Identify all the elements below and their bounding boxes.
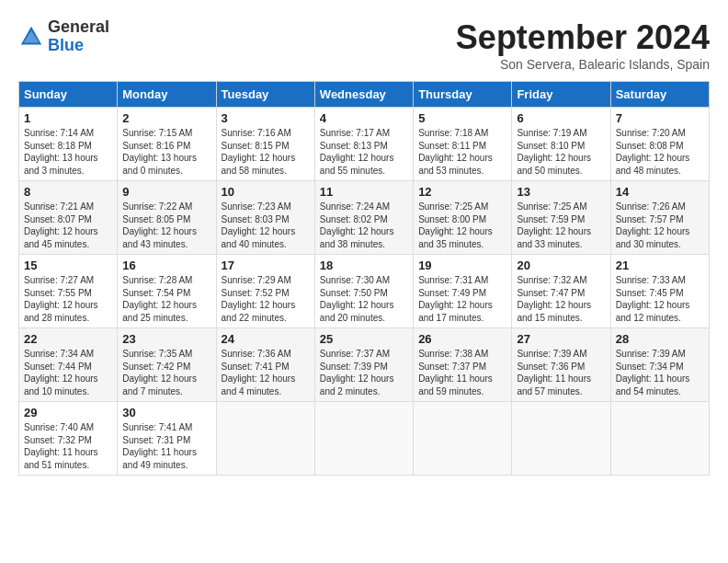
day-cell-5: 5Sunrise: 7:18 AM Sunset: 8:11 PM Daylig…	[414, 108, 512, 181]
day-cell-6: 6Sunrise: 7:19 AM Sunset: 8:10 PM Daylig…	[512, 108, 610, 181]
day-detail: Sunrise: 7:41 AM Sunset: 7:31 PM Dayligh…	[122, 421, 210, 471]
day-number: 19	[418, 259, 506, 272]
weekday-header-friday: Friday	[512, 82, 610, 108]
day-number: 18	[320, 259, 408, 272]
day-detail: Sunrise: 7:30 AM Sunset: 7:50 PM Dayligh…	[320, 274, 408, 324]
calendar-subtitle: Son Servera, Balearic Islands, Spain	[456, 57, 710, 72]
day-cell-11: 11Sunrise: 7:24 AM Sunset: 8:02 PM Dayli…	[314, 181, 413, 255]
weekday-header-sunday: Sunday	[19, 82, 118, 108]
empty-cell	[512, 402, 610, 476]
day-cell-13: 13Sunrise: 7:25 AM Sunset: 7:59 PM Dayli…	[512, 181, 610, 255]
day-number: 27	[517, 332, 605, 346]
day-cell-26: 26Sunrise: 7:38 AM Sunset: 7:37 PM Dayli…	[414, 328, 512, 402]
day-cell-24: 24Sunrise: 7:36 AM Sunset: 7:41 PM Dayli…	[216, 328, 314, 402]
day-detail: Sunrise: 7:21 AM Sunset: 8:07 PM Dayligh…	[24, 201, 112, 250]
day-cell-27: 27Sunrise: 7:39 AM Sunset: 7:36 PM Dayli…	[512, 328, 610, 402]
day-cell-25: 25Sunrise: 7:37 AM Sunset: 7:39 PM Dayli…	[314, 328, 413, 402]
week-row-3: 15Sunrise: 7:27 AM Sunset: 7:55 PM Dayli…	[19, 255, 710, 328]
day-number: 20	[517, 259, 605, 272]
day-number: 4	[320, 111, 408, 125]
day-detail: Sunrise: 7:17 AM Sunset: 8:13 PM Dayligh…	[320, 127, 408, 177]
day-detail: Sunrise: 7:15 AM Sunset: 8:16 PM Dayligh…	[122, 127, 210, 177]
day-detail: Sunrise: 7:31 AM Sunset: 7:49 PM Dayligh…	[418, 274, 506, 324]
weekday-header-row: SundayMondayTuesdayWednesdayThursdayFrid…	[19, 82, 710, 108]
weekday-header-monday: Monday	[118, 82, 216, 108]
day-cell-19: 19Sunrise: 7:31 AM Sunset: 7:49 PM Dayli…	[414, 255, 512, 328]
day-detail: Sunrise: 7:39 AM Sunset: 7:34 PM Dayligh…	[616, 348, 704, 397]
day-number: 14	[616, 185, 704, 199]
empty-cell	[216, 402, 314, 476]
day-cell-18: 18Sunrise: 7:30 AM Sunset: 7:50 PM Dayli…	[314, 255, 413, 328]
week-row-1: 1Sunrise: 7:14 AM Sunset: 8:18 PM Daylig…	[19, 108, 710, 181]
week-row-5: 29Sunrise: 7:40 AM Sunset: 7:32 PM Dayli…	[19, 402, 710, 476]
day-cell-8: 8Sunrise: 7:21 AM Sunset: 8:07 PM Daylig…	[19, 181, 118, 255]
day-detail: Sunrise: 7:33 AM Sunset: 7:45 PM Dayligh…	[616, 274, 704, 324]
logo-text: General Blue	[48, 18, 109, 55]
day-number: 24	[222, 332, 310, 346]
day-cell-20: 20Sunrise: 7:32 AM Sunset: 7:47 PM Dayli…	[512, 255, 610, 328]
day-cell-30: 30Sunrise: 7:41 AM Sunset: 7:31 PM Dayli…	[118, 402, 216, 476]
day-cell-10: 10Sunrise: 7:23 AM Sunset: 8:03 PM Dayli…	[216, 181, 314, 255]
logo-icon	[18, 24, 44, 50]
day-cell-2: 2Sunrise: 7:15 AM Sunset: 8:16 PM Daylig…	[118, 108, 216, 181]
logo: General Blue	[18, 18, 109, 55]
day-detail: Sunrise: 7:38 AM Sunset: 7:37 PM Dayligh…	[418, 348, 506, 397]
empty-cell	[314, 402, 413, 476]
day-detail: Sunrise: 7:36 AM Sunset: 7:41 PM Dayligh…	[222, 348, 310, 397]
day-detail: Sunrise: 7:24 AM Sunset: 8:02 PM Dayligh…	[320, 201, 408, 250]
day-detail: Sunrise: 7:25 AM Sunset: 8:00 PM Dayligh…	[418, 201, 506, 250]
day-number: 12	[418, 185, 506, 199]
day-number: 22	[24, 332, 112, 346]
page-header: General Blue September 2024 Son Servera,…	[18, 18, 710, 72]
day-cell-4: 4Sunrise: 7:17 AM Sunset: 8:13 PM Daylig…	[314, 108, 413, 181]
calendar-table: SundayMondayTuesdayWednesdayThursdayFrid…	[18, 81, 710, 476]
empty-cell	[610, 402, 709, 476]
weekday-header-tuesday: Tuesday	[216, 82, 314, 108]
day-detail: Sunrise: 7:32 AM Sunset: 7:47 PM Dayligh…	[517, 274, 605, 324]
day-cell-17: 17Sunrise: 7:29 AM Sunset: 7:52 PM Dayli…	[216, 255, 314, 328]
day-detail: Sunrise: 7:25 AM Sunset: 7:59 PM Dayligh…	[517, 201, 605, 250]
day-number: 23	[122, 332, 210, 346]
day-cell-16: 16Sunrise: 7:28 AM Sunset: 7:54 PM Dayli…	[118, 255, 216, 328]
day-detail: Sunrise: 7:20 AM Sunset: 8:08 PM Dayligh…	[616, 127, 704, 177]
day-number: 25	[320, 332, 408, 346]
day-number: 21	[616, 259, 704, 272]
day-cell-1: 1Sunrise: 7:14 AM Sunset: 8:18 PM Daylig…	[19, 108, 118, 181]
title-area: September 2024 Son Servera, Balearic Isl…	[456, 18, 710, 72]
day-detail: Sunrise: 7:16 AM Sunset: 8:15 PM Dayligh…	[222, 127, 310, 177]
day-number: 15	[24, 259, 112, 272]
day-detail: Sunrise: 7:28 AM Sunset: 7:54 PM Dayligh…	[122, 274, 210, 324]
day-number: 17	[222, 259, 310, 272]
empty-cell	[414, 402, 512, 476]
day-cell-7: 7Sunrise: 7:20 AM Sunset: 8:08 PM Daylig…	[610, 108, 709, 181]
day-cell-14: 14Sunrise: 7:26 AM Sunset: 7:57 PM Dayli…	[610, 181, 709, 255]
day-number: 8	[24, 185, 112, 199]
day-number: 30	[122, 406, 210, 419]
day-detail: Sunrise: 7:29 AM Sunset: 7:52 PM Dayligh…	[222, 274, 310, 324]
day-cell-28: 28Sunrise: 7:39 AM Sunset: 7:34 PM Dayli…	[610, 328, 709, 402]
day-number: 6	[517, 111, 605, 125]
day-detail: Sunrise: 7:35 AM Sunset: 7:42 PM Dayligh…	[122, 348, 210, 397]
day-cell-22: 22Sunrise: 7:34 AM Sunset: 7:44 PM Dayli…	[19, 328, 118, 402]
day-detail: Sunrise: 7:27 AM Sunset: 7:55 PM Dayligh…	[24, 274, 112, 324]
day-detail: Sunrise: 7:18 AM Sunset: 8:11 PM Dayligh…	[418, 127, 506, 177]
day-number: 3	[222, 111, 310, 125]
day-number: 11	[320, 185, 408, 199]
week-row-2: 8Sunrise: 7:21 AM Sunset: 8:07 PM Daylig…	[19, 181, 710, 255]
day-number: 29	[24, 406, 112, 419]
day-detail: Sunrise: 7:26 AM Sunset: 7:57 PM Dayligh…	[616, 201, 704, 250]
day-number: 2	[122, 111, 210, 125]
day-detail: Sunrise: 7:23 AM Sunset: 8:03 PM Dayligh…	[222, 201, 310, 250]
day-cell-3: 3Sunrise: 7:16 AM Sunset: 8:15 PM Daylig…	[216, 108, 314, 181]
day-number: 10	[222, 185, 310, 199]
day-cell-9: 9Sunrise: 7:22 AM Sunset: 8:05 PM Daylig…	[118, 181, 216, 255]
day-cell-23: 23Sunrise: 7:35 AM Sunset: 7:42 PM Dayli…	[118, 328, 216, 402]
day-detail: Sunrise: 7:34 AM Sunset: 7:44 PM Dayligh…	[24, 348, 112, 397]
day-number: 28	[616, 332, 704, 346]
day-number: 16	[122, 259, 210, 272]
day-detail: Sunrise: 7:37 AM Sunset: 7:39 PM Dayligh…	[320, 348, 408, 397]
week-row-4: 22Sunrise: 7:34 AM Sunset: 7:44 PM Dayli…	[19, 328, 710, 402]
day-cell-29: 29Sunrise: 7:40 AM Sunset: 7:32 PM Dayli…	[19, 402, 118, 476]
day-cell-21: 21Sunrise: 7:33 AM Sunset: 7:45 PM Dayli…	[610, 255, 709, 328]
day-detail: Sunrise: 7:22 AM Sunset: 8:05 PM Dayligh…	[122, 201, 210, 250]
